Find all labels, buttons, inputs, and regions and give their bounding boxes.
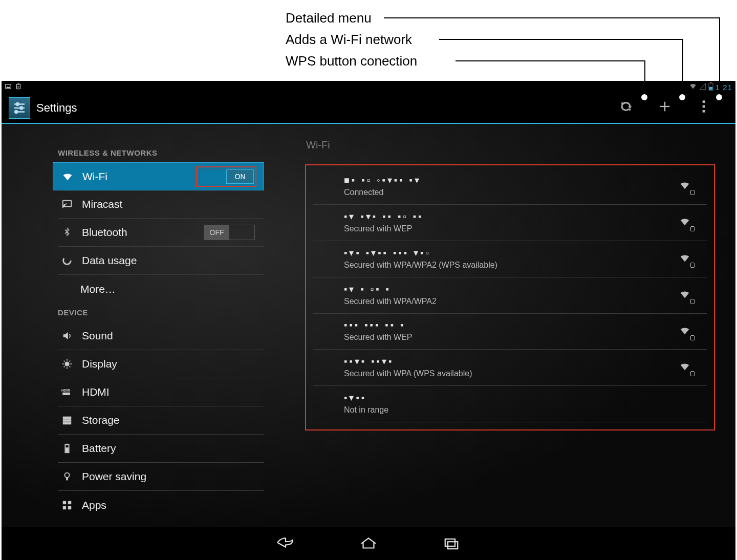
svg-rect-30	[63, 417, 72, 419]
sidebar-item-battery[interactable]: Battery	[58, 435, 264, 463]
wifi-status: Connected	[344, 188, 421, 197]
apps-icon	[60, 500, 74, 511]
wifi-network-row[interactable]: ▪▾▪ ▪▾▪▪ ▪▪▪ ▾▪▫ Secured with WPA/WPA2 (…	[313, 241, 707, 277]
sound-icon	[60, 330, 74, 341]
cell-signal-icon	[699, 83, 706, 92]
add-network-button[interactable]	[656, 99, 674, 117]
wifi-strength-icon	[678, 216, 691, 229]
hdmi-icon: HDMI	[60, 386, 74, 398]
wifi-network-row[interactable]: ▪▪▪ ▪▪▪ ▪▪ ▪ Secured with WEP	[313, 314, 707, 350]
wifi-status: Not in range	[344, 405, 388, 415]
display-icon	[60, 358, 74, 370]
battery-icon	[60, 443, 74, 454]
wifi-ssid: ▪▾▪ ▪▾▪▪ ▪▪▪ ▾▪▫	[344, 247, 497, 259]
sidebar-item-power-saving[interactable]: Power saving	[58, 463, 264, 491]
wifi-strength-icon	[678, 361, 691, 374]
svg-point-18	[63, 257, 71, 265]
svg-rect-34	[66, 444, 68, 445]
home-button[interactable]	[358, 535, 379, 552]
sidebar-item-storage[interactable]: Storage	[58, 406, 264, 435]
sidebar-item-data-usage[interactable]: Data usage	[58, 247, 264, 275]
bluetooth-toggle[interactable]: OFF	[204, 225, 255, 240]
sidebar-item-label: Sound	[82, 330, 113, 342]
wifi-panel: Wi-Fi ■▪ ▪▫ ◦▪▾▪▪ ▪▾ Connected ▪▾ ▪▾▪ ▪▪…	[264, 124, 735, 527]
sidebar-item-wifi[interactable]: Wi-Fi ON	[53, 162, 264, 190]
system-nav-bar	[2, 527, 735, 560]
overflow-menu-button[interactable]	[695, 99, 713, 117]
sidebar-item-miracast[interactable]: Miracast	[58, 190, 264, 219]
wifi-network-list: ■▪ ▪▫ ◦▪▾▪▪ ▪▾ Connected ▪▾ ▪▾▪ ▪▪ ▪▫ ▪▪…	[313, 168, 707, 422]
svg-rect-16	[703, 110, 705, 113]
content-area: WIRELESS & NETWORKS Wi-Fi ON Miracast Bl…	[2, 124, 735, 527]
battery-icon	[708, 82, 713, 92]
clipboard-icon	[15, 83, 22, 92]
highlight-box-network-list: ■▪ ▪▫ ◦▪▾▪▪ ▪▾ Connected ▪▾ ▪▾▪ ▪▪ ▪▫ ▪▪…	[305, 164, 715, 430]
sidebar-item-bluetooth[interactable]: Bluetooth OFF	[58, 219, 264, 247]
sidebar-item-more[interactable]: More…	[58, 275, 264, 303]
sidebar-item-label: Miracast	[82, 198, 122, 210]
svg-rect-32	[63, 422, 72, 425]
wifi-strength-icon	[678, 325, 691, 338]
wifi-network-row[interactable]: ▪▾ ▪▾▪ ▪▪ ▪▫ ▪▪ Secured with WEP	[313, 205, 707, 241]
back-button[interactable]	[275, 535, 296, 552]
svg-rect-5	[709, 87, 712, 90]
sidebar-item-hdmi[interactable]: HDMI HDMI	[58, 378, 264, 406]
sidebar-item-label: Power saving	[82, 470, 146, 483]
panel-title: Wi-Fi	[305, 139, 715, 151]
wifi-strength-icon	[678, 180, 691, 193]
wifi-strength-icon	[678, 289, 691, 302]
bluetooth-icon	[60, 227, 74, 238]
sidebar-item-label: Storage	[82, 414, 120, 426]
wifi-signal-icon	[689, 83, 697, 92]
sidebar-item-label: Apps	[82, 499, 106, 511]
sidebar-item-label: Data usage	[82, 254, 137, 267]
svg-rect-2	[17, 83, 19, 84]
sidebar-item-sound[interactable]: Sound	[58, 322, 264, 350]
wifi-ssid: ▪▪▾▪ ▪▪▾▪	[344, 356, 472, 367]
svg-rect-37	[66, 478, 68, 481]
settings-app-icon	[9, 97, 30, 119]
wifi-status: Secured with WEP	[344, 333, 412, 342]
svg-point-11	[15, 111, 17, 113]
svg-rect-4	[710, 82, 711, 83]
svg-rect-41	[68, 506, 71, 509]
svg-rect-42	[445, 539, 455, 546]
image-icon	[5, 83, 12, 92]
action-bar: Settings	[2, 93, 735, 124]
wifi-icon	[61, 171, 74, 182]
sidebar-item-display[interactable]: Display	[58, 350, 264, 378]
section-header-wireless: WIRELESS & NETWORKS	[2, 143, 264, 162]
annotation-label-detailed-menu: Detailed menu	[286, 10, 372, 26]
wifi-network-row[interactable]: ▪▪▾▪ ▪▪▾▪ Secured with WPA (WPS availabl…	[313, 350, 707, 386]
svg-point-36	[64, 473, 69, 478]
wps-button[interactable]	[617, 99, 635, 117]
sidebar-item-label: Bluetooth	[82, 226, 127, 239]
wifi-toggle[interactable]: ON	[199, 169, 254, 184]
sidebar-item-label: Wi-Fi	[82, 170, 107, 183]
sidebar-item-apps[interactable]: Apps	[58, 491, 264, 519]
wifi-status: Secured with WEP	[344, 224, 423, 233]
annotation-overlay: Detailed menu Adds a Wi-Fi network WPS b…	[0, 5, 737, 79]
annotation-label-add-wifi: Adds a Wi-Fi network	[286, 32, 412, 48]
sidebar-item-label: Battery	[82, 442, 116, 455]
miracast-icon	[60, 199, 74, 210]
svg-rect-1	[17, 84, 20, 89]
data-usage-icon	[60, 255, 74, 266]
svg-line-26	[70, 361, 71, 362]
svg-line-27	[64, 367, 65, 368]
system-status-bar: 1 21	[2, 81, 735, 93]
wifi-network-row[interactable]: ▪▾ ▪ ▫▪ ▪ Secured with WPA/WPA2	[313, 277, 707, 314]
svg-rect-35	[66, 447, 69, 452]
svg-line-24	[64, 361, 65, 362]
recent-apps-button[interactable]	[441, 535, 462, 552]
wifi-network-row[interactable]: ■▪ ▪▫ ◦▪▾▪▪ ▪▾ Connected	[313, 168, 707, 205]
section-header-device: DEVICE	[2, 303, 264, 322]
wifi-network-row[interactable]: ▪▾▪▪ Not in range	[313, 386, 707, 422]
annotation-label-wps: WPS button conection	[286, 53, 417, 69]
storage-icon	[60, 415, 74, 426]
svg-text:HDMI: HDMI	[61, 389, 70, 392]
wifi-status: Secured with WPA/WPA2 (WPS available)	[344, 261, 497, 270]
svg-rect-38	[63, 501, 66, 504]
wifi-strength-icon	[678, 252, 691, 266]
svg-rect-43	[448, 542, 458, 549]
